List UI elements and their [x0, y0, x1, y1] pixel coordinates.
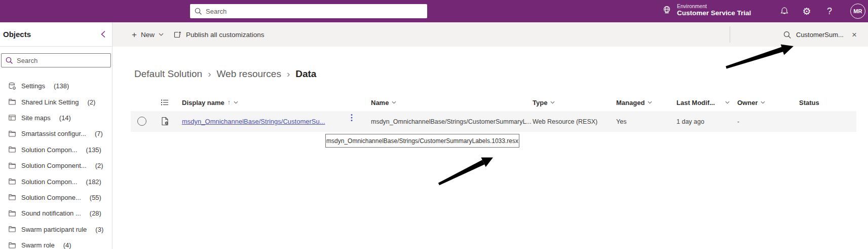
sidebar-item-count: (138) — [54, 82, 69, 90]
row-more-options-button[interactable] — [351, 114, 353, 130]
chevron-right-icon: › — [287, 68, 290, 80]
chevron-down-icon — [761, 101, 765, 104]
chevron-down-icon — [159, 33, 164, 36]
folder-icon — [8, 130, 16, 138]
sort-ascending-icon: ↑ — [228, 99, 231, 106]
sidebar-item-solution-components-3[interactable]: Solution Compon... (182) — [0, 173, 112, 189]
command-bar: + New Publish all customizations — [112, 22, 868, 47]
environment-name: Customer Service Trial — [677, 9, 751, 17]
web-file-icon — [161, 117, 169, 127]
settings-database-icon — [8, 82, 16, 90]
row-header-list-icon — [161, 99, 169, 106]
row-header-list-icon-button[interactable] — [161, 95, 169, 110]
cell-last-modified: 1 day ago — [676, 114, 704, 130]
chevron-left-icon — [100, 30, 106, 38]
publish-button-label: Publish all customizations — [186, 31, 265, 39]
publish-icon — [173, 30, 182, 39]
sidebar-item-label: Settings — [21, 82, 45, 90]
column-header-managed[interactable]: Managed — [616, 95, 652, 110]
grid-filter-box[interactable]: × — [783, 22, 857, 47]
sidebar-item-swarm-role[interactable]: Swarm role (4) — [0, 237, 112, 249]
column-header-type[interactable]: Type — [533, 95, 555, 110]
main-area: + New Publish all customizations — [112, 22, 868, 249]
sidebar-item-sound-notification[interactable]: Sound notification ... (28) — [0, 205, 112, 221]
sidebar-title: Objects — [3, 30, 31, 39]
search-icon — [783, 31, 791, 39]
settings-button[interactable]: ⚙ — [799, 0, 815, 22]
sidebar-item-site-maps[interactable]: Site maps (14) — [0, 110, 112, 126]
tooltip: msdyn_OmnichannelBase/Strings/CustomerSu… — [325, 134, 519, 148]
search-icon — [195, 8, 202, 15]
sidebar-item-smartassist-configuration[interactable]: Smartassist configur... (7) — [0, 126, 112, 141]
folder-icon — [8, 193, 16, 201]
sidebar-item-solution-components-4[interactable]: Solution Compone... (55) — [0, 190, 112, 205]
breadcrumb-default-solution[interactable]: Default Solution — [134, 68, 202, 80]
gear-icon: ⚙ — [802, 7, 811, 16]
content-area: Default Solution › Web resources › Data … — [112, 47, 868, 249]
sidebar-item-solution-components-2[interactable]: Solution Component... (2) — [0, 158, 112, 173]
environment-label: Environment — [677, 3, 751, 9]
sidebar-item-shared-link-setting[interactable]: Shared Link Setting (2) — [0, 94, 112, 110]
cell-name: msdyn_OmnichannelBase/Strings/CustomerSu… — [371, 114, 532, 130]
notifications-button[interactable] — [776, 0, 792, 22]
sitemap-icon — [8, 114, 16, 122]
environment-switcher[interactable]: Environment Customer Service Trial — [662, 3, 751, 17]
global-search-input[interactable] — [206, 8, 423, 15]
column-header-status[interactable]: Status — [799, 95, 819, 110]
breadcrumb: Default Solution › Web resources › Data — [134, 68, 316, 80]
sidebar-item-settings[interactable]: Settings (138) — [0, 78, 112, 94]
chevron-down-icon — [392, 101, 396, 104]
column-header-name[interactable]: Name — [371, 95, 396, 110]
folder-icon — [8, 241, 16, 249]
help-button[interactable]: ? — [821, 0, 838, 22]
new-button[interactable]: + New — [132, 22, 164, 47]
grid-filter-input[interactable] — [796, 31, 847, 39]
folder-icon — [8, 209, 16, 218]
chevron-down-icon — [234, 101, 238, 104]
chevron-down-icon — [725, 101, 730, 104]
sidebar-item-swarm-participant-rule[interactable]: Swarm participant rule (3) — [0, 222, 112, 237]
global-search-box[interactable] — [190, 4, 427, 18]
user-avatar[interactable]: MR — [850, 4, 865, 19]
chevron-right-icon: › — [208, 68, 211, 80]
more-options-icon — [351, 114, 353, 122]
cell-type: Web Resource (RESX) — [533, 114, 597, 130]
new-button-label: New — [141, 31, 155, 39]
sidebar-search-box[interactable] — [1, 53, 111, 67]
sidebar-item-solution-components-1[interactable]: Solution Compon... (135) — [0, 142, 112, 158]
folder-icon — [8, 162, 16, 170]
sidebar-header: Objects — [0, 22, 112, 47]
objects-nav-list: Settings (138) Shared Link Setting (2) S… — [0, 78, 112, 249]
help-icon: ? — [827, 7, 832, 16]
folder-icon — [8, 98, 16, 106]
plus-icon: + — [132, 30, 137, 39]
app-body: Objects Settings — [0, 22, 868, 249]
folder-icon — [8, 146, 16, 154]
sidebar-search-input[interactable] — [17, 57, 106, 64]
command-bar-divider — [730, 26, 730, 43]
environment-globe-icon — [662, 5, 672, 15]
collapse-sidebar-button[interactable] — [100, 30, 106, 38]
breadcrumb-data-current: Data — [295, 68, 316, 80]
folder-icon — [8, 225, 16, 233]
chevron-down-icon — [550, 101, 555, 104]
column-header-owner[interactable]: Owner — [737, 95, 765, 110]
clear-filter-icon[interactable]: × — [852, 30, 857, 39]
display-name-link[interactable]: msdyn_OmnichannelBase/Strings/CustomerSu… — [182, 114, 325, 130]
cell-owner: - — [737, 114, 739, 130]
row-select-radio[interactable] — [137, 117, 146, 126]
column-header-last-modified[interactable]: Last Modif... — [676, 95, 730, 110]
cell-managed: Yes — [616, 114, 626, 130]
search-icon — [6, 57, 13, 64]
objects-sidebar: Objects Settings — [0, 22, 112, 249]
top-app-bar: Environment Customer Service Trial ⚙ ? M… — [0, 0, 868, 22]
bell-icon — [780, 7, 789, 16]
column-header-display-name[interactable]: Display name ↑ — [182, 95, 238, 110]
publish-all-customizations-button[interactable]: Publish all customizations — [173, 22, 265, 47]
breadcrumb-web-resources[interactable]: Web resources — [216, 68, 281, 80]
folder-icon — [8, 177, 16, 186]
chevron-down-icon — [648, 101, 652, 104]
